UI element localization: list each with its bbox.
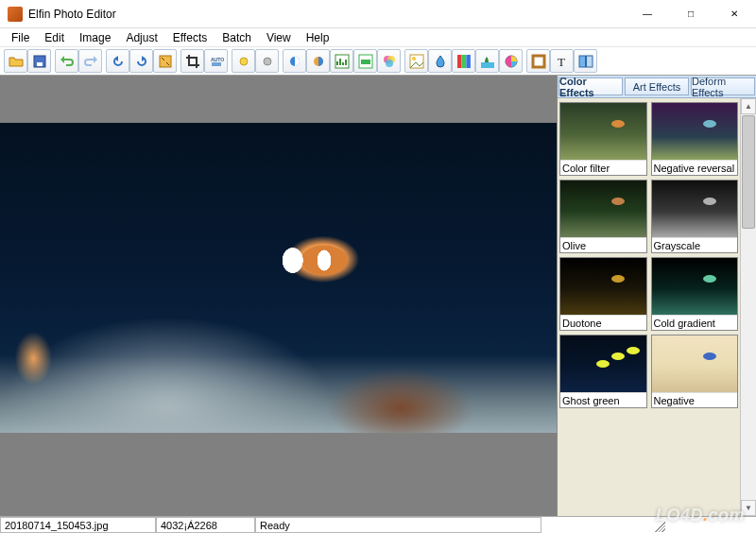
svg-point-5 (240, 58, 248, 65)
saturation-button[interactable] (306, 49, 330, 73)
effect-label: Color filter (560, 160, 646, 175)
statusbar: 20180714_150453.jpg 4032¡Á2268 Ready (0, 516, 756, 533)
effect-label: Ghost green (560, 392, 646, 407)
thumb-icon (560, 181, 646, 237)
auto-adjust-button[interactable]: AUTO (204, 49, 228, 73)
effect-negative-reversal[interactable]: Negative reversal film (651, 102, 739, 176)
effect-grayscale[interactable]: Grayscale (651, 180, 739, 253)
svg-rect-2 (160, 56, 171, 67)
effects-scroll: Color filter Negative reversal film Oliv… (558, 98, 756, 516)
status-dimensions: 4032¡Á2268 (156, 517, 255, 533)
svg-rect-1 (37, 62, 43, 66)
water-drop-button[interactable] (428, 49, 452, 73)
undo-button[interactable] (55, 49, 78, 73)
status-filename: 20180714_150453.jpg (0, 517, 156, 533)
effects-tabs: Color Effects Art Effects Deform Effects (558, 76, 756, 98)
svg-rect-23 (533, 56, 544, 67)
effect-label: Negative (652, 392, 738, 407)
svg-point-14 (386, 60, 393, 67)
svg-point-16 (412, 57, 416, 60)
effect-color-filter[interactable]: Color filter (559, 102, 647, 176)
effects-scrollbar[interactable]: ▲ ▼ (740, 98, 756, 516)
svg-rect-26 (586, 56, 593, 67)
effect-negative[interactable]: Negative (651, 335, 739, 408)
scroll-thumb[interactable] (742, 115, 755, 229)
brightness-up-button[interactable] (232, 49, 255, 73)
tab-color-effects[interactable]: Color Effects (558, 77, 623, 95)
maximize-button[interactable]: □ (669, 0, 713, 27)
menu-help[interactable]: Help (299, 29, 337, 46)
rotate-right-button[interactable] (129, 49, 153, 73)
effect-label: Negative reversal film (652, 160, 738, 175)
canvas-pane[interactable] (0, 76, 557, 516)
thumb-icon (652, 258, 738, 315)
effect-label: Grayscale (652, 237, 738, 252)
svg-rect-17 (457, 55, 462, 68)
app-icon (8, 7, 23, 22)
svg-rect-11 (361, 60, 370, 64)
window-titlebar: Elfin Photo Editor — □ ✕ (0, 0, 756, 28)
svg-rect-20 (481, 62, 494, 68)
effect-cold-gradient[interactable]: Cold gradient (651, 257, 739, 331)
effect-duotone[interactable]: Duotone (559, 257, 647, 331)
menu-file[interactable]: File (4, 29, 37, 46)
scroll-up-icon[interactable]: ▲ (741, 98, 756, 114)
crop-button[interactable] (180, 49, 204, 73)
rotate-left-button[interactable] (106, 49, 129, 73)
menu-view[interactable]: View (259, 29, 299, 46)
svg-rect-25 (579, 56, 586, 67)
svg-rect-19 (466, 55, 471, 68)
levels-button[interactable] (353, 49, 377, 73)
vignette-sun-button[interactable] (404, 49, 428, 73)
thumb-icon (652, 181, 738, 237)
color-balance-button[interactable] (377, 49, 401, 73)
toolbar: AUTO T (0, 47, 756, 76)
thumb-icon (560, 258, 646, 315)
effects-panel: Color Effects Art Effects Deform Effects… (557, 76, 756, 516)
histogram-green-button[interactable] (330, 49, 353, 73)
frame-button[interactable] (526, 49, 550, 73)
window-title: Elfin Photo Editor (28, 8, 626, 21)
window-controls: — □ ✕ (626, 0, 756, 27)
resize-button[interactable] (153, 49, 177, 73)
svg-text:AUTO: AUTO (211, 57, 224, 62)
menu-batch[interactable]: Batch (215, 29, 259, 46)
tropical-button[interactable] (475, 49, 499, 73)
compare-view-button[interactable] (574, 49, 597, 73)
tab-art-effects[interactable]: Art Effects (625, 77, 689, 95)
menu-effects[interactable]: Effects (165, 29, 215, 46)
effects-grid: Color filter Negative reversal film Oliv… (558, 98, 740, 516)
menubar: File Edit Image Adjust Effects Batch Vie… (0, 28, 756, 47)
effect-ghost-green[interactable]: Ghost green (559, 335, 647, 408)
close-button[interactable]: ✕ (713, 0, 756, 27)
save-button[interactable] (27, 49, 51, 73)
effect-label: Cold gradient (652, 315, 738, 330)
open-button[interactable] (4, 49, 27, 73)
menu-adjust[interactable]: Adjust (118, 29, 164, 46)
thumb-icon (560, 335, 646, 392)
tab-deform-effects[interactable]: Deform Effects (691, 77, 755, 95)
menu-image[interactable]: Image (72, 29, 118, 46)
brightness-down-button[interactable] (255, 49, 279, 73)
contrast-button[interactable] (283, 49, 306, 73)
redo-disabled-button[interactable] (78, 49, 102, 73)
text-tool-button[interactable]: T (550, 49, 574, 73)
thumb-icon (652, 103, 738, 160)
workspace: Color Effects Art Effects Deform Effects… (0, 76, 756, 516)
canvas-image (0, 123, 557, 433)
svg-point-6 (264, 58, 271, 65)
minimize-button[interactable]: — (626, 0, 669, 27)
status-ready: Ready (255, 517, 541, 533)
scroll-down-icon[interactable]: ▼ (741, 500, 756, 516)
effect-label: Olive (560, 237, 646, 252)
hue-wheel-button[interactable] (499, 49, 523, 73)
menu-edit[interactable]: Edit (37, 29, 72, 46)
effect-label: Duotone (560, 315, 646, 330)
svg-text:T: T (558, 55, 565, 69)
svg-rect-18 (461, 55, 466, 68)
rgb-channels-button[interactable] (452, 49, 475, 73)
thumb-icon (560, 103, 646, 160)
resize-grip-icon[interactable] (652, 519, 665, 532)
thumb-icon (652, 335, 738, 392)
effect-olive[interactable]: Olive (559, 180, 647, 253)
